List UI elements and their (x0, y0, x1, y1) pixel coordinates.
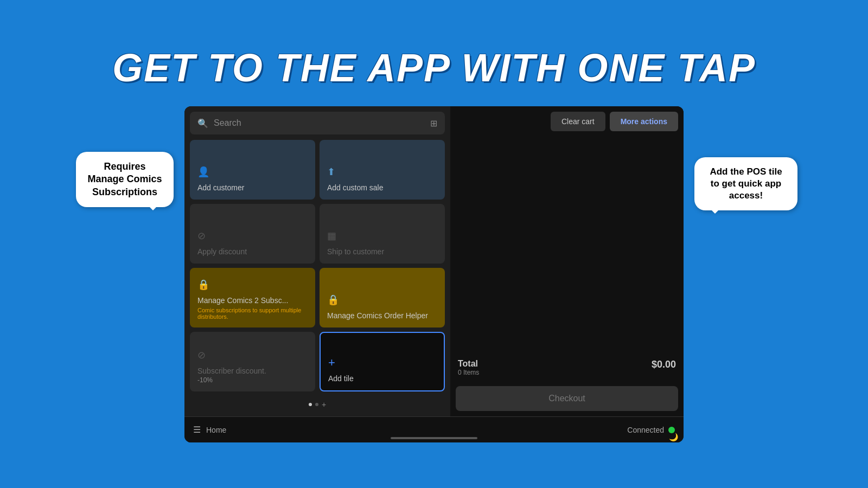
connected-label: Connected (627, 426, 664, 434)
manage-comics-order-label: Manage Comics Order Helper (327, 311, 437, 320)
manage-comics-2-label: Manage Comics 2 Subsc... (197, 296, 308, 305)
search-bar[interactable]: 🔍 Search ⊞ (190, 112, 445, 134)
nav-left: ☰ Home (193, 425, 226, 435)
apply-discount-label: Apply discount (197, 247, 308, 256)
add-customer-icon: 👤 (197, 166, 308, 178)
add-customer-label: Add customer (197, 183, 308, 192)
ship-to-customer-label: Ship to customer (327, 247, 437, 256)
left-panel: 🔍 Search ⊞ 👤 Add customer ⬆ Add custom s… (184, 106, 450, 416)
pagination: + (190, 397, 445, 411)
pagination-dot (315, 403, 318, 406)
home-bar (391, 437, 477, 439)
app-frame: 🔍 Search ⊞ 👤 Add customer ⬆ Add custom s… (184, 106, 684, 442)
tile-manage-comics-2[interactable]: 🔒 Manage Comics 2 Subsc... Comic subscri… (190, 268, 315, 328)
home-label: Home (206, 426, 226, 434)
add-custom-sale-label: Add custom sale (327, 183, 437, 192)
total-label: Total (458, 359, 479, 369)
total-amount: $0.00 (652, 359, 676, 370)
pagination-dot-active (309, 403, 312, 406)
tile-apply-discount[interactable]: ⊘ Apply discount (190, 204, 315, 264)
page-title: GET TO THE APP WITH ONE TAP (112, 46, 756, 90)
checkout-button[interactable]: Checkout (456, 386, 678, 411)
moon-icon: 🌙 (669, 433, 678, 441)
subscriber-discount-value: -10% (197, 376, 308, 384)
total-section: Total 0 Items $0.00 (456, 355, 678, 381)
more-actions-button[interactable]: More actions (610, 112, 678, 131)
tile-add-tile[interactable]: + Add tile (320, 332, 445, 391)
nav-right: Connected (627, 426, 675, 434)
add-tile-plus-icon: + (328, 356, 335, 370)
add-custom-sale-icon: ⬆ (327, 166, 437, 178)
subscriber-discount-icon: ⊘ (197, 349, 308, 361)
ship-to-customer-icon: ▦ (327, 230, 437, 242)
search-input[interactable]: Search (214, 118, 425, 128)
clear-cart-button[interactable]: Clear cart (551, 112, 605, 131)
connected-dot (668, 427, 675, 433)
bubble-left: Requires Manage Comics Subscriptions (76, 152, 174, 207)
tiles-grid: 👤 Add customer ⬆ Add custom sale ⊘ Apply… (190, 140, 445, 391)
apply-discount-icon: ⊘ (197, 230, 308, 242)
hamburger-icon[interactable]: ☰ (193, 425, 201, 435)
tile-subscriber-discount[interactable]: ⊘ Subscriber discount. -10% (190, 332, 315, 391)
search-icon: 🔍 (197, 118, 208, 129)
tile-add-custom-sale[interactable]: ⬆ Add custom sale (320, 140, 445, 200)
tile-ship-to-customer[interactable]: ▦ Ship to customer (320, 204, 445, 264)
right-panel: Clear cart More actions Total 0 Items $0… (450, 106, 684, 416)
grid-icon: ⊞ (430, 118, 437, 129)
tile-add-customer[interactable]: 👤 Add customer (190, 140, 315, 200)
manage-comics-2-icon: 🔒 (197, 279, 308, 291)
manage-comics-2-sublabel: Comic subscriptions to support multiple … (197, 307, 308, 320)
add-tile-label: Add tile (328, 374, 354, 383)
total-items: 0 Items (458, 369, 479, 376)
pagination-plus[interactable]: + (322, 400, 326, 409)
tile-manage-comics-order[interactable]: 🔒 Manage Comics Order Helper (320, 268, 445, 328)
action-buttons: Clear cart More actions (456, 112, 678, 131)
cart-area (456, 137, 678, 349)
bubble-right: Add the POS tile to get quick app access… (694, 157, 797, 210)
manage-comics-order-icon: 🔒 (327, 294, 437, 306)
subscriber-discount-label: Subscriber discount. (197, 367, 308, 375)
